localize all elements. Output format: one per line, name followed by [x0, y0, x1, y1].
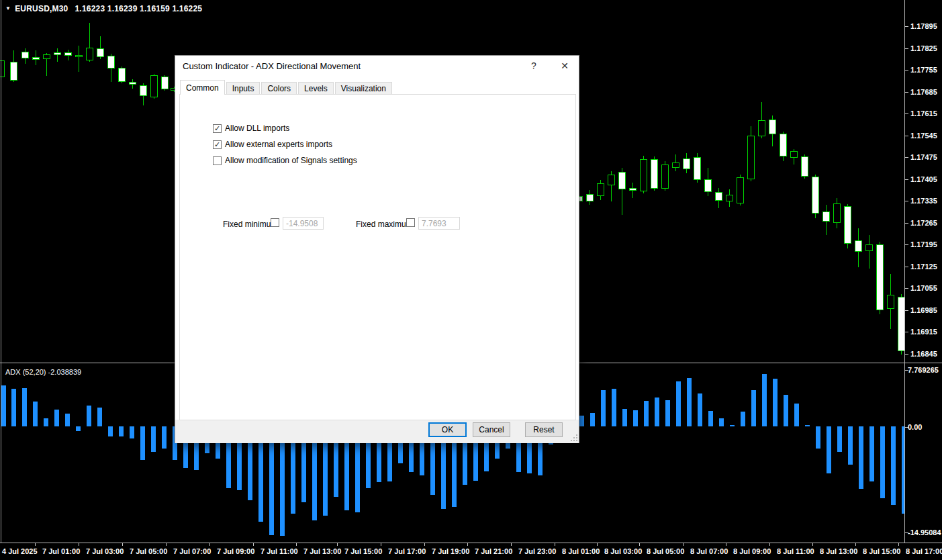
checkbox-checked[interactable]: ✓ [213, 140, 222, 149]
histogram-bar [612, 389, 616, 426]
price-tick-label: 1.17685 [910, 88, 937, 96]
histogram-bar [65, 414, 70, 426]
candle [758, 120, 765, 136]
time-tick [511, 543, 512, 546]
candle [694, 157, 701, 180]
price-tick-label: 1.17895 [910, 22, 937, 30]
checkbox-checked[interactable]: ✓ [213, 124, 222, 133]
tab-inputs[interactable]: Inputs [226, 82, 261, 95]
histogram-bar [97, 408, 102, 426]
reset-button[interactable]: Reset [525, 422, 563, 437]
price-tick-label: 1.17825 [910, 44, 937, 52]
candle [855, 240, 862, 252]
time-tick-label: 7 Jul 15:00 [344, 547, 382, 555]
price-tick-label: 1.17615 [910, 109, 937, 118]
histogram-bar [837, 426, 842, 452]
histogram-bar [816, 426, 820, 449]
price-tick [905, 332, 908, 332]
time-tick [337, 543, 338, 546]
price-tick [905, 48, 908, 49]
chart-symbol-header: ▼EURUSD,M301.16223 1.16239 1.16159 1.162… [5, 4, 202, 13]
candle [715, 192, 722, 201]
time-tick-label: 8 Jul 15:00 [863, 547, 900, 555]
time-tick [79, 543, 79, 546]
dialog-title-bar[interactable]: Custom Indicator - ADX Directional Movem… [175, 56, 579, 77]
option-label: Allow DLL imports [225, 124, 289, 133]
time-tick [122, 543, 123, 546]
time-tick-label: 4 Jul 2025 [2, 547, 38, 555]
checkbox-unchecked[interactable] [213, 156, 222, 165]
time-tick-label: 8 Jul 11:00 [777, 547, 814, 555]
time-tick [424, 543, 425, 546]
price-tick-label: 1.16985 [910, 306, 937, 314]
option-label: Allow modification of Signals settings [225, 156, 357, 165]
price-tick [905, 244, 908, 245]
candle [790, 151, 798, 158]
fixed-field-label: Fixed minimum [223, 220, 277, 229]
time-tick [166, 543, 167, 546]
candle [107, 56, 115, 68]
candle [780, 134, 787, 156]
price-tick [905, 179, 908, 180]
common-tab-panel: ✓Allow DLL imports✓Allow external expert… [179, 94, 576, 420]
fixed-field-input[interactable] [418, 217, 460, 230]
candle [812, 177, 819, 214]
chevron-down-icon[interactable]: ▼ [5, 5, 11, 11]
tab-levels[interactable]: Levels [298, 82, 334, 95]
fixed-field-checkbox[interactable] [271, 218, 279, 227]
price-tick [905, 136, 908, 136]
candle [801, 156, 808, 177]
time-tick [639, 543, 640, 546]
option-label: Allow external experts imports [225, 140, 332, 149]
candle [844, 206, 851, 244]
candle [32, 57, 40, 60]
histogram-bar [108, 426, 113, 436]
tab-visualization[interactable]: Visualization [335, 82, 392, 95]
histogram-bar [730, 425, 735, 426]
candle [640, 159, 647, 191]
histogram-bar [762, 374, 767, 426]
cancel-button[interactable]: Cancel [473, 422, 510, 437]
histogram-bar [162, 426, 167, 449]
histogram-bar [11, 389, 16, 426]
histogram-bar [22, 388, 27, 426]
time-tick [898, 543, 899, 546]
ok-button[interactable]: OK [428, 422, 467, 437]
time-tick [467, 543, 468, 546]
histogram-bar [655, 398, 659, 426]
candle [586, 194, 594, 201]
time-tick-label: 8 Jul 07:00 [690, 547, 728, 555]
resize-grip-icon[interactable] [571, 434, 577, 441]
time-tick-label: 8 Jul 03:00 [604, 547, 642, 555]
candle [118, 68, 126, 82]
histogram-bar [140, 426, 145, 460]
histogram-bar [751, 390, 756, 426]
candle [129, 82, 136, 85]
time-tick-label: 7 Jul 21:00 [475, 547, 512, 555]
tab-common[interactable]: Common [180, 80, 225, 95]
option-row: ✓Allow external experts imports [213, 140, 332, 149]
fixed-field-checkbox[interactable] [406, 218, 415, 227]
candle [876, 244, 884, 310]
histogram-bar [794, 404, 799, 426]
price-tick-label: 1.17755 [910, 66, 937, 74]
price-tick-label: 1.16915 [910, 328, 937, 336]
candle [161, 77, 169, 89]
tab-colors[interactable]: Colors [261, 82, 297, 95]
time-tick-label: 8 Jul 05:00 [647, 547, 684, 555]
price-tick-label: 1.17545 [910, 132, 937, 140]
candle [683, 158, 690, 169]
time-tick-label: 8 Jul 17:00 [906, 547, 942, 555]
fixed-field-input[interactable] [283, 217, 324, 230]
candle [64, 52, 72, 56]
histogram-bar [741, 412, 745, 426]
help-button[interactable]: ? [523, 56, 545, 76]
candle [54, 52, 61, 55]
time-tick-label: 7 Jul 03:00 [86, 547, 124, 555]
candle [747, 136, 755, 179]
candle [661, 165, 669, 189]
histogram-bar [579, 416, 584, 426]
close-icon[interactable]: ✕ [551, 56, 578, 76]
histogram-bar [590, 413, 595, 426]
indicator-tick-label: 7.769265 [908, 366, 939, 374]
